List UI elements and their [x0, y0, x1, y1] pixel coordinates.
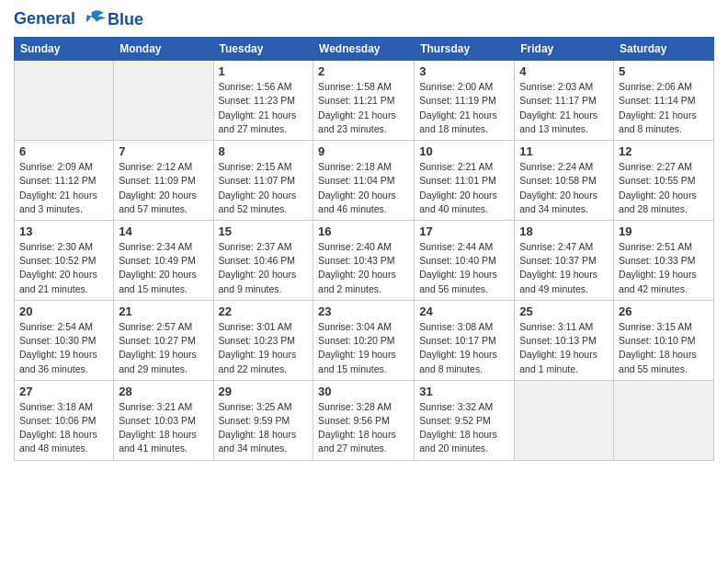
day-number: 23: [318, 304, 409, 318]
calendar-day-cell: 23Sunrise: 3:04 AM Sunset: 10:20 PM Dayl…: [313, 300, 415, 380]
day-info: Sunrise: 2:40 AM Sunset: 10:43 PM Daylig…: [318, 240, 409, 296]
day-info: Sunrise: 2:54 AM Sunset: 10:30 PM Daylig…: [19, 320, 108, 376]
calendar-week-row: 6Sunrise: 2:09 AM Sunset: 11:12 PM Dayli…: [15, 141, 714, 221]
day-info: Sunrise: 2:47 AM Sunset: 10:37 PM Daylig…: [519, 240, 609, 296]
calendar-day-cell: 14Sunrise: 2:34 AM Sunset: 10:49 PM Dayl…: [114, 221, 213, 301]
day-number: 31: [419, 385, 509, 398]
calendar-day-cell: 19Sunrise: 2:51 AM Sunset: 10:33 PM Dayl…: [614, 221, 714, 301]
calendar-day-cell: 21Sunrise: 2:57 AM Sunset: 10:27 PM Dayl…: [114, 300, 213, 380]
calendar-day-cell: 31Sunrise: 3:32 AM Sunset: 9:52 PM Dayli…: [415, 380, 515, 460]
calendar-week-row: 20Sunrise: 2:54 AM Sunset: 10:30 PM Dayl…: [15, 300, 714, 380]
day-info: Sunrise: 2:37 AM Sunset: 10:46 PM Daylig…: [219, 240, 309, 296]
day-number: 6: [19, 144, 108, 158]
day-number: 3: [419, 64, 509, 78]
calendar-day-cell: 27Sunrise: 3:18 AM Sunset: 10:06 PM Dayl…: [15, 380, 114, 460]
day-number: 10: [419, 144, 509, 158]
day-info: Sunrise: 3:18 AM Sunset: 10:06 PM Daylig…: [19, 400, 108, 456]
day-number: 25: [519, 304, 609, 318]
day-info: Sunrise: 3:08 AM Sunset: 10:17 PM Daylig…: [419, 320, 509, 376]
day-number: 29: [219, 385, 309, 398]
calendar-day-cell: 10Sunrise: 2:21 AM Sunset: 11:01 PM Dayl…: [415, 141, 515, 221]
day-number: 7: [119, 144, 208, 158]
calendar-week-row: 1Sunrise: 1:56 AM Sunset: 11:23 PM Dayli…: [15, 61, 714, 141]
day-info: Sunrise: 2:24 AM Sunset: 10:58 PM Daylig…: [519, 160, 609, 216]
calendar-week-row: 13Sunrise: 2:30 AM Sunset: 10:52 PM Dayl…: [15, 221, 714, 301]
day-info: Sunrise: 2:57 AM Sunset: 10:27 PM Daylig…: [119, 320, 208, 376]
weekday-header-saturday: Saturday: [614, 38, 714, 61]
calendar-day-cell: 8Sunrise: 2:15 AM Sunset: 11:07 PM Dayli…: [213, 141, 313, 221]
day-info: Sunrise: 2:15 AM Sunset: 11:07 PM Daylig…: [219, 160, 309, 216]
day-number: 14: [119, 224, 208, 238]
day-info: Sunrise: 3:32 AM Sunset: 9:52 PM Dayligh…: [419, 400, 509, 456]
calendar-day-cell: 24Sunrise: 3:08 AM Sunset: 10:17 PM Dayl…: [415, 300, 515, 380]
calendar-day-cell: 28Sunrise: 3:21 AM Sunset: 10:03 PM Dayl…: [114, 380, 213, 460]
day-info: Sunrise: 3:15 AM Sunset: 10:10 PM Daylig…: [619, 320, 709, 376]
day-info: Sunrise: 2:30 AM Sunset: 10:52 PM Daylig…: [19, 240, 108, 296]
day-number: 2: [318, 64, 409, 78]
calendar-day-cell: 3Sunrise: 2:00 AM Sunset: 11:19 PM Dayli…: [415, 61, 515, 141]
calendar-day-cell: 12Sunrise: 2:27 AM Sunset: 10:55 PM Dayl…: [614, 141, 714, 221]
calendar-day-cell: 22Sunrise: 3:01 AM Sunset: 10:23 PM Dayl…: [213, 300, 313, 380]
calendar-day-cell: [114, 61, 213, 141]
day-info: Sunrise: 2:34 AM Sunset: 10:49 PM Daylig…: [119, 240, 208, 296]
calendar-table: SundayMondayTuesdayWednesdayThursdayFrid…: [14, 37, 714, 460]
day-info: Sunrise: 2:00 AM Sunset: 11:19 PM Daylig…: [419, 80, 509, 136]
calendar-day-cell: 2Sunrise: 1:58 AM Sunset: 11:21 PM Dayli…: [313, 61, 415, 141]
calendar-day-cell: 26Sunrise: 3:15 AM Sunset: 10:10 PM Dayl…: [614, 300, 714, 380]
calendar-day-cell: 5Sunrise: 2:06 AM Sunset: 11:14 PM Dayli…: [614, 61, 714, 141]
weekday-header-thursday: Thursday: [415, 38, 515, 61]
day-info: Sunrise: 3:21 AM Sunset: 10:03 PM Daylig…: [119, 400, 208, 456]
calendar-day-cell: 1Sunrise: 1:56 AM Sunset: 11:23 PM Dayli…: [213, 61, 313, 141]
weekday-header-friday: Friday: [515, 38, 614, 61]
logo: General Blue: [14, 9, 143, 29]
calendar-day-cell: 7Sunrise: 2:12 AM Sunset: 11:09 PM Dayli…: [114, 141, 213, 221]
day-info: Sunrise: 1:56 AM Sunset: 11:23 PM Daylig…: [219, 80, 309, 136]
calendar-day-cell: 13Sunrise: 2:30 AM Sunset: 10:52 PM Dayl…: [15, 221, 114, 301]
day-number: 18: [519, 224, 609, 238]
calendar-day-cell: 16Sunrise: 2:40 AM Sunset: 10:43 PM Dayl…: [313, 221, 415, 301]
logo-blue: Blue: [108, 10, 143, 29]
day-number: 5: [619, 64, 709, 78]
day-info: Sunrise: 2:27 AM Sunset: 10:55 PM Daylig…: [619, 160, 709, 216]
day-info: Sunrise: 3:25 AM Sunset: 9:59 PM Dayligh…: [219, 400, 309, 456]
day-info: Sunrise: 2:12 AM Sunset: 11:09 PM Daylig…: [119, 160, 208, 216]
calendar-week-row: 27Sunrise: 3:18 AM Sunset: 10:06 PM Dayl…: [15, 380, 714, 460]
day-number: 9: [318, 144, 409, 158]
day-info: Sunrise: 2:21 AM Sunset: 11:01 PM Daylig…: [419, 160, 509, 216]
logo-bird-icon: [82, 9, 106, 29]
day-info: Sunrise: 2:51 AM Sunset: 10:33 PM Daylig…: [619, 240, 709, 296]
day-number: 4: [519, 64, 609, 78]
weekday-header-tuesday: Tuesday: [213, 38, 313, 61]
day-number: 28: [119, 385, 208, 398]
day-info: Sunrise: 1:58 AM Sunset: 11:21 PM Daylig…: [318, 80, 409, 136]
day-info: Sunrise: 2:44 AM Sunset: 10:40 PM Daylig…: [419, 240, 509, 296]
day-number: 27: [19, 385, 108, 398]
day-info: Sunrise: 2:09 AM Sunset: 11:12 PM Daylig…: [19, 160, 108, 216]
day-number: 19: [619, 224, 709, 238]
logo-text: General: [14, 9, 106, 29]
calendar-day-cell: 15Sunrise: 2:37 AM Sunset: 10:46 PM Dayl…: [213, 221, 313, 301]
day-info: Sunrise: 2:06 AM Sunset: 11:14 PM Daylig…: [619, 80, 709, 136]
calendar-day-cell: 20Sunrise: 2:54 AM Sunset: 10:30 PM Dayl…: [15, 300, 114, 380]
day-number: 24: [419, 304, 509, 318]
calendar-day-cell: 17Sunrise: 2:44 AM Sunset: 10:40 PM Dayl…: [415, 221, 515, 301]
calendar-day-cell: 11Sunrise: 2:24 AM Sunset: 10:58 PM Dayl…: [515, 141, 614, 221]
day-number: 30: [318, 385, 409, 398]
day-number: 22: [219, 304, 309, 318]
weekday-header-monday: Monday: [114, 38, 213, 61]
calendar-day-cell: 4Sunrise: 2:03 AM Sunset: 11:17 PM Dayli…: [515, 61, 614, 141]
day-info: Sunrise: 3:11 AM Sunset: 10:13 PM Daylig…: [519, 320, 609, 376]
day-info: Sunrise: 2:18 AM Sunset: 11:04 PM Daylig…: [318, 160, 409, 216]
calendar-day-cell: 9Sunrise: 2:18 AM Sunset: 11:04 PM Dayli…: [313, 141, 415, 221]
page-header: General Blue: [14, 9, 714, 29]
day-number: 26: [619, 304, 709, 318]
day-info: Sunrise: 3:28 AM Sunset: 9:56 PM Dayligh…: [318, 400, 409, 456]
weekday-header-sunday: Sunday: [15, 38, 114, 61]
calendar-day-cell: [15, 61, 114, 141]
calendar-day-cell: 29Sunrise: 3:25 AM Sunset: 9:59 PM Dayli…: [213, 380, 313, 460]
calendar-day-cell: [614, 380, 714, 460]
day-info: Sunrise: 3:01 AM Sunset: 10:23 PM Daylig…: [219, 320, 309, 376]
day-number: 12: [619, 144, 709, 158]
day-number: 16: [318, 224, 409, 238]
day-number: 13: [19, 224, 108, 238]
